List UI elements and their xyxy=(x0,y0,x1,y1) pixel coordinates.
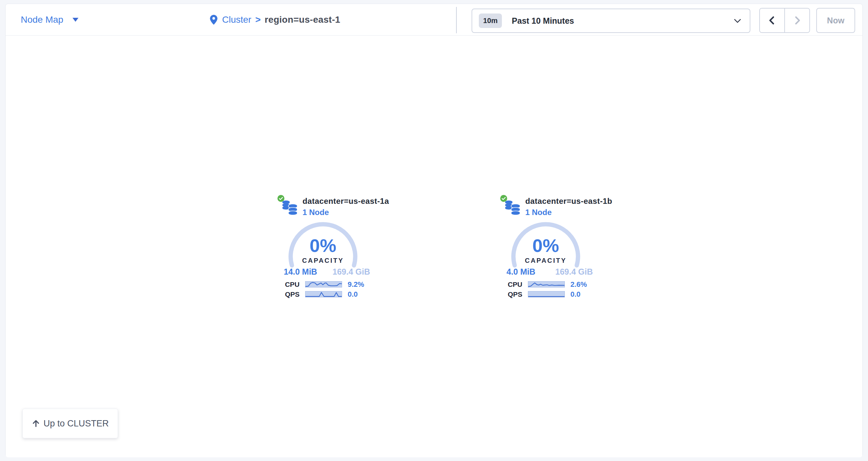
capacity-percent: 0% xyxy=(511,236,580,255)
capacity-values: 4.0 MiB 169.4 GiB xyxy=(506,267,593,276)
time-pager xyxy=(759,8,810,33)
view-mode-dropdown[interactable]: Node Map xyxy=(21,4,79,36)
breadcrumb-cluster-link[interactable]: Cluster xyxy=(222,14,251,25)
cpu-value: 9.2% xyxy=(348,281,364,288)
qps-sparkline xyxy=(305,291,342,297)
capacity-gauge: 0% CAPACITY xyxy=(511,222,580,268)
time-forward-button[interactable] xyxy=(785,8,809,32)
cpu-row: CPU 9.2% xyxy=(277,281,389,288)
view-mode-label: Node Map xyxy=(21,14,63,25)
time-back-button[interactable] xyxy=(760,8,785,32)
time-window-dropdown[interactable]: 10m Past 10 Minutes xyxy=(471,8,750,33)
capacity-gauge: 0% CAPACITY xyxy=(288,222,358,268)
map-area: datacenter=us-east-1a 1 Node 0% CAPACITY… xyxy=(6,36,862,457)
arrow-up-icon xyxy=(32,419,40,428)
node-map-page: Node Map Cluster > region=us-east-1 10m … xyxy=(0,0,868,461)
capacity-caption: CAPACITY xyxy=(288,257,358,264)
up-to-cluster-label: Up to CLUSTER xyxy=(43,419,109,429)
locality-card-us-east-1b[interactable]: datacenter=us-east-1b 1 Node 0% CAPACITY… xyxy=(500,194,612,303)
capacity-used: 4.0 MiB xyxy=(506,267,535,276)
breadcrumb-current: region=us-east-1 xyxy=(265,14,340,25)
chevron-left-icon xyxy=(767,15,777,26)
capacity-caption: CAPACITY xyxy=(511,257,580,264)
up-to-cluster-button[interactable]: Up to CLUSTER xyxy=(23,409,118,438)
chevron-down-icon xyxy=(734,19,741,23)
qps-row: QPS 0.0 xyxy=(277,291,389,298)
chevron-right-icon xyxy=(792,15,802,26)
time-window-label: Past 10 Minutes xyxy=(512,16,574,26)
qps-label: QPS xyxy=(277,291,300,298)
locality-title: datacenter=us-east-1b xyxy=(525,197,612,206)
top-bar: Node Map Cluster > region=us-east-1 10m … xyxy=(6,4,862,36)
cpu-sparkline xyxy=(305,281,342,288)
location-pin-icon xyxy=(210,15,217,25)
breadcrumb-separator: > xyxy=(255,14,261,25)
locality-card-us-east-1a[interactable]: datacenter=us-east-1a 1 Node 0% CAPACITY… xyxy=(277,194,389,303)
cpu-value: 2.6% xyxy=(570,281,587,288)
qps-value: 0.0 xyxy=(348,291,358,298)
capacity-used: 14.0 MiB xyxy=(284,267,317,276)
now-button[interactable]: Now xyxy=(816,8,855,33)
chevron-down-icon xyxy=(72,18,79,22)
qps-sparkline xyxy=(528,291,565,297)
locality-node-count: 1 Node xyxy=(303,208,329,217)
qps-label: QPS xyxy=(500,291,522,298)
breadcrumb: Cluster > region=us-east-1 xyxy=(210,4,340,36)
header-divider xyxy=(456,7,457,33)
cpu-sparkline xyxy=(528,281,565,288)
qps-row: QPS 0.0 xyxy=(500,291,612,298)
capacity-total: 169.4 GiB xyxy=(333,267,370,276)
time-window-badge: 10m xyxy=(479,13,502,28)
qps-value: 0.0 xyxy=(570,291,581,298)
capacity-total: 169.4 GiB xyxy=(555,267,593,276)
capacity-percent: 0% xyxy=(288,236,358,255)
node-map-panel: Node Map Cluster > region=us-east-1 10m … xyxy=(5,4,863,457)
locality-node-count: 1 Node xyxy=(525,208,552,217)
cpu-label: CPU xyxy=(277,281,300,288)
cpu-row: CPU 2.6% xyxy=(500,281,612,288)
database-stack-icon xyxy=(505,201,521,215)
cpu-label: CPU xyxy=(500,281,522,288)
database-stack-icon xyxy=(282,201,298,215)
capacity-values: 14.0 MiB 169.4 GiB xyxy=(284,267,370,276)
locality-title: datacenter=us-east-1a xyxy=(303,197,389,206)
